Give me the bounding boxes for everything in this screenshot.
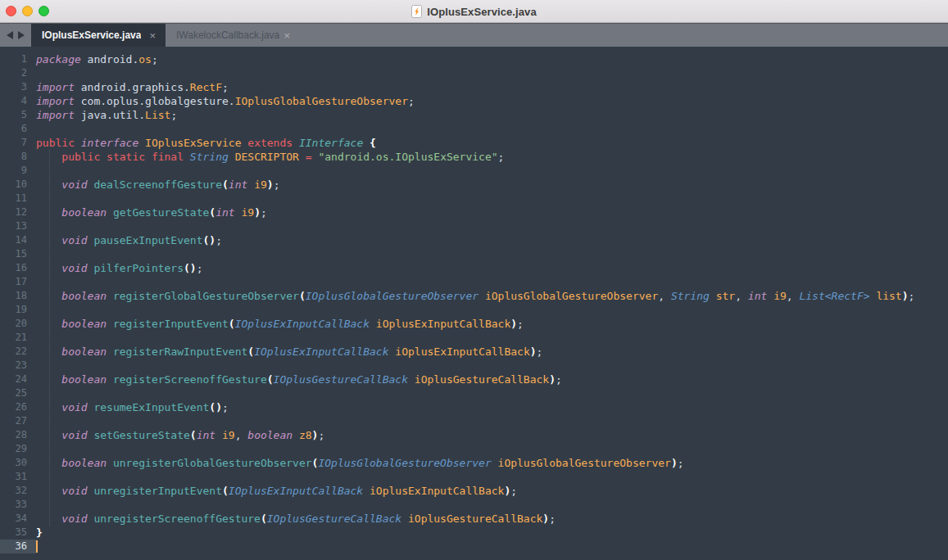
line-number: 31 — [0, 470, 36, 484]
line-content: void unregisterInputEvent(IOplusExInputC… — [36, 484, 517, 498]
line-content: import com.oplus.globalgesture.IOplusGlo… — [36, 94, 415, 108]
code-line: 6 — [0, 122, 948, 136]
close-tab-icon[interactable]: × — [282, 30, 292, 41]
code-line: 35} — [0, 526, 948, 540]
window-title: IOplusExService.java — [427, 6, 537, 18]
line-content: void resumeExInputEvent(); — [36, 400, 229, 414]
line-number: 2 — [0, 66, 36, 80]
code-line: 4import com.oplus.globalgesture.IOplusGl… — [0, 94, 948, 108]
line-number: 34 — [0, 512, 36, 526]
forward-icon[interactable] — [18, 31, 25, 39]
tabs-container: IOplusExService.java×IWakelockCallback.j… — [31, 24, 300, 47]
code-line: 5import java.util.List; — [0, 108, 948, 122]
line-content: boolean registerRawInputEvent(IOplusExIn… — [36, 345, 542, 359]
line-content: public static final String DESCRIPTOR = … — [36, 150, 504, 164]
line-number: 13 — [0, 219, 36, 233]
code-line: 30 boolean unregisterGlobalGestureObserv… — [0, 456, 948, 470]
code-line: 10 void dealScreenoffGesture(int i9); — [0, 178, 948, 192]
line-number: 4 — [0, 94, 36, 108]
line-number: 33 — [0, 498, 36, 512]
line-number-current: 36 — [0, 540, 36, 553]
line-content: void pauseExInputEvent(); — [36, 233, 222, 247]
back-icon[interactable] — [7, 31, 13, 39]
line-content: void unregisterScreenoffGesture(IOplusGe… — [36, 512, 556, 526]
line-content: package android.os; — [36, 52, 158, 66]
code-line: 22 boolean registerRawInputEvent(IOplusE… — [0, 345, 948, 359]
line-number: 22 — [0, 345, 36, 359]
line-content: } — [36, 526, 43, 540]
code-line: 13 — [0, 219, 948, 233]
code-line: 24 boolean registerScreenoffGesture(IOpl… — [0, 373, 948, 386]
line-number: 32 — [0, 484, 36, 498]
line-number: 28 — [0, 428, 36, 442]
line-number: 25 — [0, 386, 36, 400]
code-line: 18 boolean registerGlobalGestureObserver… — [0, 289, 948, 303]
line-number: 5 — [0, 108, 36, 122]
code-line: 16 void pilferPointers(); — [0, 261, 948, 275]
code-line: 9 — [0, 164, 948, 178]
line-content: boolean registerInputEvent(IOplusExInput… — [36, 317, 524, 331]
code-editor[interactable]: 1package android.os;23import android.gra… — [0, 47, 948, 560]
line-number: 30 — [0, 456, 36, 470]
code-line: 23 — [0, 359, 948, 373]
line-content: boolean registerScreenoffGesture(IOplusG… — [36, 373, 562, 386]
code-line: 34 void unregisterScreenoffGesture(IOplu… — [0, 512, 948, 526]
code-line: 27 — [0, 414, 948, 428]
line-number: 1 — [0, 52, 36, 66]
code-lines: 1package android.os;23import android.gra… — [0, 52, 948, 553]
line-content: boolean getGestureState(int i9); — [36, 205, 267, 219]
code-line: 3import android.graphics.RectF; — [0, 80, 948, 94]
line-number: 27 — [0, 414, 36, 428]
code-line: 7public interface IOplusExService extend… — [0, 136, 948, 150]
line-number: 3 — [0, 80, 36, 94]
line-content: void pilferPointers(); — [36, 261, 203, 275]
line-number: 18 — [0, 289, 36, 303]
line-number: 14 — [0, 233, 36, 247]
text-caret — [36, 540, 38, 553]
line-number: 15 — [0, 247, 36, 261]
java-file-icon — [411, 5, 422, 18]
code-line: 12 boolean getGestureState(int i9); — [0, 205, 948, 219]
code-line: 11 — [0, 192, 948, 205]
code-line: 31 — [0, 470, 948, 484]
close-tab-icon[interactable]: × — [147, 30, 157, 41]
line-number: 10 — [0, 178, 36, 192]
line-content: import java.util.List; — [36, 108, 177, 122]
window-title-group: IOplusExService.java — [0, 0, 948, 23]
code-line: 19 — [0, 303, 948, 317]
code-line: 21 — [0, 331, 948, 345]
code-line: 15 — [0, 247, 948, 261]
line-number: 6 — [0, 122, 36, 136]
line-content: boolean unregisterGlobalGestureObserver(… — [36, 456, 684, 470]
tab-label: IOplusExService.java — [42, 29, 141, 41]
title-bar: IOplusExService.java — [0, 0, 948, 23]
code-line: 2 — [0, 66, 948, 80]
line-number: 17 — [0, 275, 36, 289]
line-number: 9 — [0, 164, 36, 178]
line-content: void setGestureState(int i9, boolean z8)… — [36, 428, 324, 442]
line-number: 7 — [0, 136, 36, 150]
line-content: boolean registerGlobalGestureObserver(IO… — [36, 289, 914, 303]
tab-IWakelockCallback.java[interactable]: IWakelockCallback.java× — [166, 24, 300, 47]
code-line: 36 — [0, 540, 948, 553]
line-content: void dealScreenoffGesture(int i9); — [36, 178, 279, 192]
line-number: 20 — [0, 317, 36, 331]
code-line: 14 void pauseExInputEvent(); — [0, 233, 948, 247]
tab-IOplusExService.java[interactable]: IOplusExService.java× — [31, 24, 166, 47]
code-line: 17 — [0, 275, 948, 289]
line-number: 29 — [0, 442, 36, 456]
line-number: 8 — [0, 150, 36, 164]
code-line: 32 void unregisterInputEvent(IOplusExInp… — [0, 484, 948, 498]
line-number: 26 — [0, 400, 36, 414]
line-number: 19 — [0, 303, 36, 317]
code-line: 8 public static final String DESCRIPTOR … — [0, 150, 948, 164]
line-number: 21 — [0, 331, 36, 345]
code-line: 29 — [0, 442, 948, 456]
line-content: import android.graphics.RectF; — [36, 80, 229, 94]
code-line: 33 — [0, 498, 948, 512]
line-number: 23 — [0, 359, 36, 373]
line-number: 35 — [0, 526, 36, 540]
code-line: 26 void resumeExInputEvent(); — [0, 400, 948, 414]
line-number: 11 — [0, 192, 36, 205]
code-line: 20 boolean registerInputEvent(IOplusExIn… — [0, 317, 948, 331]
